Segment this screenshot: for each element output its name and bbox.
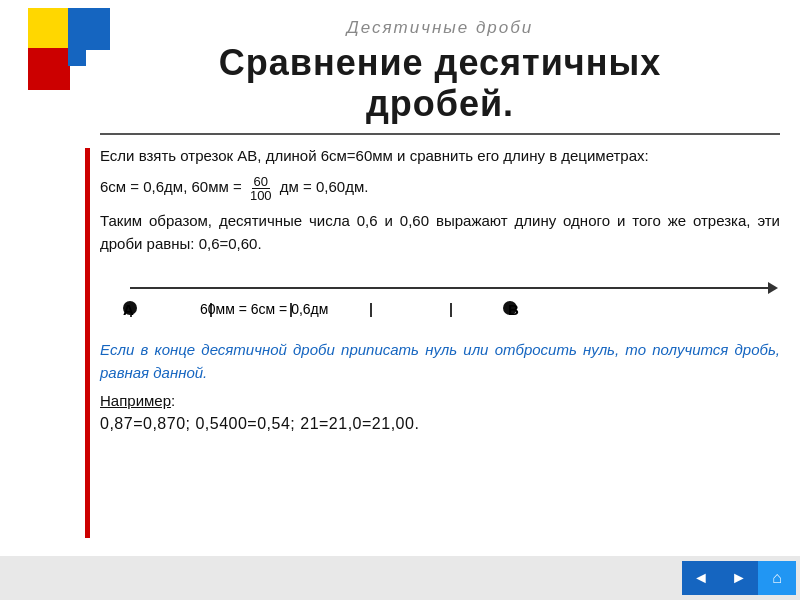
formula-line: 6см = 0,6дм, 60мм = 60100 дм = 0,60дм. <box>100 175 780 202</box>
number-line <box>130 287 770 289</box>
subtitle: Десятичные дроби <box>100 18 780 38</box>
divider <box>100 133 780 135</box>
italic-block: Если в конце десятичной дроби приписать … <box>100 339 780 384</box>
example-line: Например: <box>100 392 780 409</box>
tick-4 <box>450 303 452 317</box>
paragraph1: Если взять отрезок АВ, длиной 6см=60мм и… <box>100 145 780 168</box>
fraction: 60100 <box>248 175 274 202</box>
formula-text1: 6см = 0,6дм, 60мм = <box>100 179 246 196</box>
fraction-denominator: 100 <box>248 189 274 202</box>
page-title: Сравнение десятичныхдробей. <box>100 42 780 125</box>
bottom-bar: ◄ ► ⌂ <box>0 556 800 600</box>
example-colon: : <box>171 392 175 409</box>
label-middle: 60мм = 6см = 0,6дм <box>200 301 328 317</box>
fraction-numerator: 60 <box>252 175 270 189</box>
formula-text2: дм = 0,60дм. <box>276 179 369 196</box>
paragraph2: Таким образом, десятичные числа 0,6 и 0,… <box>100 210 780 255</box>
home-button[interactable]: ⌂ <box>758 561 796 595</box>
header: Десятичные дроби Сравнение десятичныхдро… <box>100 18 780 125</box>
label-a: A <box>123 301 134 318</box>
label-b: B <box>508 301 519 318</box>
tick-3 <box>370 303 372 317</box>
main-content: Десятичные дроби Сравнение десятичныхдро… <box>0 0 800 600</box>
examples-row: 0,87=0,870; 0,5400=0,54; 21=21,0=21,00. <box>100 415 780 433</box>
example-label: Например <box>100 392 171 409</box>
number-line-container: A 60мм = 6см = 0,6дм B <box>100 265 780 335</box>
next-button[interactable]: ► <box>720 561 758 595</box>
prev-button[interactable]: ◄ <box>682 561 720 595</box>
